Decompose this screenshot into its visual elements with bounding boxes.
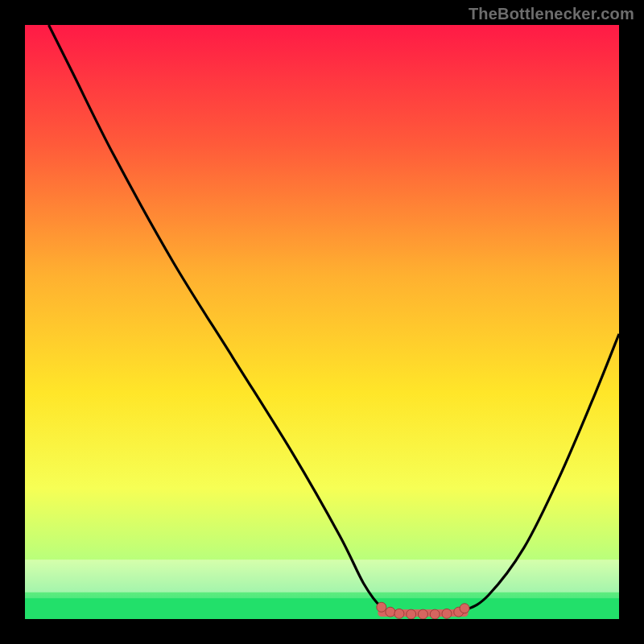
bottleneck-chart [25,25,619,619]
curve-marker [460,604,469,613]
curve-marker [394,609,404,618]
attribution-text: TheBottlenecker.com [469,5,634,23]
curve-marker [442,609,452,618]
curve-marker [418,609,427,619]
green-band [25,598,619,619]
curve-marker [377,602,386,612]
curve-marker [430,609,440,619]
curve-marker [386,607,395,617]
chart-frame: TheBottlenecker.com [0,0,644,644]
plot-area [25,25,619,619]
curve-marker [407,609,416,619]
gradient-background [25,25,619,619]
white-band [25,559,619,592]
